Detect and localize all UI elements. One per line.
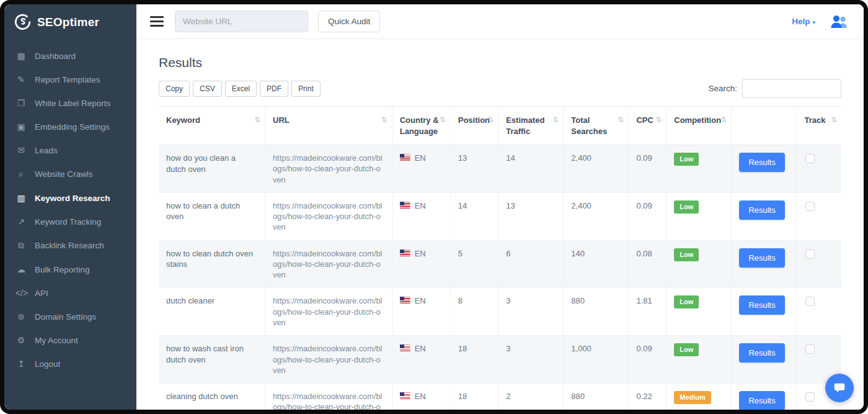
sidebar-item-backlink-research[interactable]: ⧉ Backlink Research: [4, 233, 136, 258]
table-row: how do you clean a dutch oven https://ma…: [159, 145, 841, 193]
column-header-competition[interactable]: Competition⇅: [666, 107, 732, 145]
results-button[interactable]: Results: [739, 248, 784, 268]
column-header-track[interactable]: Track⇅: [797, 107, 841, 145]
sidebar-item-bulk-reporting[interactable]: ☁ Bulk Reporting: [4, 258, 136, 281]
my-account-icon: ⚙: [16, 335, 27, 345]
content-column: Quick Audit Help ▾ Results CopyCSVExcelP…: [136, 4, 864, 410]
website-crawls-icon: ⌕: [16, 169, 27, 179]
intercom-chat-button[interactable]: [825, 374, 854, 402]
country-language-cell: EN: [392, 384, 450, 410]
results-button[interactable]: Results: [739, 391, 784, 410]
sidebar-item-api[interactable]: </> API: [4, 281, 136, 305]
sort-icon[interactable]: ⇅: [655, 115, 662, 125]
country-language-cell: EN: [392, 336, 450, 384]
table-row: how to clean dutch oven stains https://m…: [159, 240, 841, 288]
keyword-cell: how to clean a dutch oven: [159, 192, 265, 240]
cpc-cell: 1.81: [629, 288, 666, 336]
total-searches-cell: 880: [564, 384, 629, 410]
column-header-total-searches[interactable]: Total Searches⇅: [564, 107, 629, 145]
sidebar-item-label: API: [35, 289, 48, 298]
menu-icon[interactable]: [150, 12, 165, 30]
track-checkbox[interactable]: [805, 154, 815, 163]
sidebar-item-white-label-reports[interactable]: ❐ White Label Reports: [4, 91, 136, 115]
language-code: EN: [415, 344, 426, 353]
sidebar-item-domain-settings[interactable]: ⊚ Domain Settings: [4, 305, 136, 328]
url-cell: https://madeincookware.com/blogs/how-to-…: [265, 288, 392, 336]
sort-icon[interactable]: ⇅: [254, 115, 260, 125]
track-checkbox[interactable]: [805, 344, 815, 354]
sort-icon[interactable]: ⇅: [381, 115, 388, 125]
sidebar-item-report-templates[interactable]: ✎ Report Templates: [4, 68, 136, 91]
us-flag-icon: [400, 297, 410, 304]
column-header-actions: [732, 107, 797, 145]
results-button[interactable]: Results: [739, 295, 784, 315]
sidebar-item-leads[interactable]: ✉ Leads: [4, 138, 136, 162]
website-url-input[interactable]: [175, 11, 308, 32]
column-header-country-language[interactable]: Country & Language⇅: [392, 107, 450, 145]
table-controls: CopyCSVExcelPDFPrint Search:: [159, 79, 841, 98]
brand-name: SEOptimer: [37, 16, 99, 29]
results-cell: Results: [732, 288, 797, 336]
track-checkbox[interactable]: [805, 297, 815, 306]
estimated-traffic-cell: 14: [498, 145, 564, 193]
column-header-keyword[interactable]: Keyword⇅: [159, 107, 265, 145]
sidebar-item-embedding-settings[interactable]: ▣ Embedding Settings: [4, 115, 136, 138]
track-checkbox[interactable]: [805, 392, 815, 402]
sidebar-item-label: Bulk Reporting: [35, 265, 90, 274]
sidebar-item-label: Domain Settings: [35, 312, 96, 322]
sort-icon[interactable]: ⇅: [440, 115, 446, 125]
column-header-url[interactable]: URL⇅: [265, 107, 392, 145]
sort-icon[interactable]: ⇅: [720, 115, 727, 125]
sidebar-item-label: Keyword Research: [35, 194, 110, 203]
export-buttons: CopyCSVExcelPDFPrint: [159, 81, 321, 97]
table-search-input[interactable]: [742, 79, 841, 98]
results-button[interactable]: Results: [739, 153, 784, 172]
report-templates-icon: ✎: [16, 74, 27, 84]
position-cell: 8: [450, 288, 498, 336]
url-cell: https://madeincookware.com/blogs/how-to-…: [265, 145, 392, 193]
copy-export-button[interactable]: Copy: [159, 81, 190, 97]
column-header-position[interactable]: Position⇅: [450, 107, 498, 145]
keyword-tracking-icon: ↗: [16, 217, 27, 227]
sidebar-item-logout[interactable]: ↥ Logout: [4, 352, 136, 376]
column-header-cpc[interactable]: CPC⇅: [629, 107, 666, 145]
sidebar-item-keyword-research[interactable]: ▥ Keyword Research: [4, 186, 136, 210]
table-row: dutch cleaner https://madeincookware.com…: [159, 288, 841, 336]
table-row: how to clean a dutch oven https://madein…: [159, 192, 841, 240]
column-header-estimated-traffic[interactable]: Estimated Traffic⇅: [498, 107, 564, 145]
sort-icon[interactable]: ⇅: [618, 115, 624, 125]
account-users-icon[interactable]: [829, 14, 850, 29]
total-searches-cell: 880: [564, 288, 629, 336]
main-content: Results CopyCSVExcelPDFPrint Search: Key…: [136, 39, 864, 410]
results-button[interactable]: Results: [739, 200, 784, 220]
us-flag-icon: [400, 344, 410, 352]
sidebar-item-label: Dashboard: [35, 52, 76, 61]
results-cell: Results: [732, 145, 797, 193]
sidebar-item-website-crawls[interactable]: ⌕ Website Crawls: [4, 162, 136, 186]
track-checkbox[interactable]: [805, 250, 815, 259]
brand-logo[interactable]: SEOptimer: [4, 4, 136, 39]
sidebar-item-keyword-tracking[interactable]: ↗ Keyword Tracking: [4, 210, 136, 233]
country-language-cell: EN: [392, 288, 450, 336]
sidebar-item-my-account[interactable]: ⚙ My Account: [4, 328, 136, 352]
app-window: SEOptimer ▦ Dashboard ✎ Report Templates…: [0, 0, 868, 414]
sidebar-item-dashboard[interactable]: ▦ Dashboard: [4, 44, 136, 68]
pdf-export-button[interactable]: PDF: [260, 81, 288, 97]
seoptimer-logo-icon: [14, 14, 32, 31]
sort-icon[interactable]: ⇅: [831, 115, 837, 125]
print-export-button[interactable]: Print: [291, 81, 321, 97]
sort-icon[interactable]: ⇅: [552, 115, 559, 125]
csv-export-button[interactable]: CSV: [193, 81, 222, 97]
sort-icon[interactable]: ⇅: [487, 115, 494, 125]
track-checkbox[interactable]: [805, 202, 815, 211]
excel-export-button[interactable]: Excel: [225, 81, 257, 97]
keyword-cell: dutch cleaner: [159, 288, 265, 336]
sidebar-item-label: Website Crawls: [35, 169, 93, 179]
bulk-reporting-icon: ☁: [16, 264, 27, 274]
help-menu[interactable]: Help ▾: [792, 17, 815, 26]
language-code: EN: [415, 392, 426, 401]
results-button[interactable]: Results: [739, 343, 784, 362]
quick-audit-button[interactable]: Quick Audit: [318, 11, 380, 32]
domain-settings-icon: ⊚: [16, 312, 27, 322]
position-cell: 13: [450, 145, 498, 193]
